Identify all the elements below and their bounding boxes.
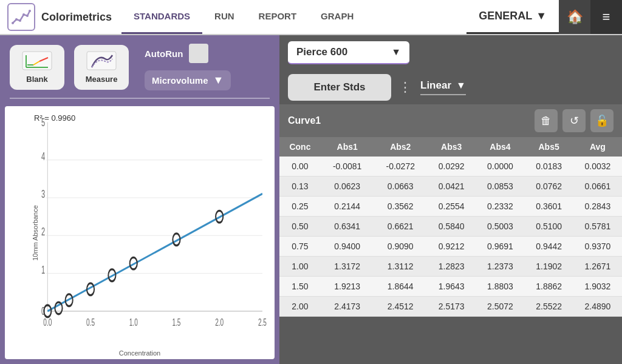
undo-button[interactable]: ↺ [562,109,586,132]
svg-text:0.0: 0.0 [43,317,52,328]
cell-r3-c6: 0.5781 [573,217,622,237]
linear-dropdown[interactable]: Linear ▼ [420,79,466,95]
cell-r3-c4: 0.5003 [476,217,524,237]
lock-icon: 🔓 [595,114,609,127]
cell-r0-c5: 0.0183 [525,157,573,177]
svg-text:1.0: 1.0 [129,317,138,328]
cell-r4-c1: 0.9400 [321,237,374,257]
microvolume-label: Microvolume [152,75,208,86]
right-top: Pierce 600 ▼ [279,35,622,70]
svg-line-32 [47,194,262,311]
general-button[interactable]: GENERAL ▼ [466,0,559,34]
cell-r5-c6: 1.2671 [573,257,622,277]
measure-card[interactable]: Measure [74,45,129,90]
header: Colorimetrics STANDARDS RUN REPORT GRAPH… [0,0,622,35]
cell-r3-c0: 0.50 [279,217,321,237]
measure-label: Measure [86,75,118,84]
cell-r1-c3: 0.0421 [427,177,476,197]
app-title: Colorimetrics [41,11,112,24]
hamburger-icon: ≡ [603,9,610,25]
right-controls: AutoRun Microvolume ▼ [145,44,231,90]
svg-point-4 [26,15,29,17]
enter-stds-button[interactable]: Enter Stds [288,74,391,101]
cell-r7-c6: 2.4890 [573,297,622,317]
home-icon: 🏠 [567,9,583,25]
cell-r0-c0: 0.00 [279,157,321,177]
tab-graph[interactable]: GRAPH [309,0,366,34]
cell-r7-c1: 2.4173 [321,297,374,317]
curve-actions: 🗑 ↺ 🔓 [535,109,613,132]
delete-button[interactable]: 🗑 [535,109,558,132]
cell-r3-c1: 0.6341 [321,217,374,237]
cell-r1-c2: 0.0663 [374,177,427,197]
cell-r6-c6: 1.9032 [573,277,622,297]
col-header-abs5: Abs5 [525,137,573,157]
right-nav: GENERAL ▼ 🏠 ≡ [466,0,622,34]
cell-r1-c1: 0.0623 [321,177,374,197]
microvolume-arrow-icon: ▼ [213,74,224,87]
main-area: Blank Measure AutoRun Microvolume [0,35,622,364]
cell-r2-c1: 0.2144 [321,197,374,217]
home-button[interactable]: 🏠 [559,0,590,34]
col-header-abs1: Abs1 [321,137,374,157]
cell-r2-c5: 0.3601 [525,197,573,217]
cell-r2-c6: 0.2843 [573,197,622,217]
svg-point-34 [55,302,62,314]
cell-r3-c2: 0.6621 [374,217,427,237]
autorun-toggle[interactable] [189,44,208,63]
unlock-button[interactable]: 🔓 [590,109,613,132]
cell-r6-c2: 1.8644 [374,277,427,297]
cell-r0-c6: 0.0032 [573,157,622,177]
cell-r5-c4: 1.2373 [476,257,524,277]
data-table: ConcAbs1Abs2Abs3Abs4Abs5Avg 0.00-0.0081-… [279,137,622,364]
cell-r7-c5: 2.5522 [525,297,573,317]
table-row: 0.500.63410.66210.58400.50030.51000.5781 [279,217,622,237]
svg-text:4: 4 [41,150,45,162]
svg-text:2.5: 2.5 [258,317,267,328]
divider [10,98,270,99]
linear-chevron-icon: ▼ [456,80,466,91]
cell-r1-c0: 0.13 [279,177,321,197]
x-axis-label: Concentration [119,349,161,357]
table-row: 1.501.92131.86441.96431.88031.88621.9032 [279,277,622,297]
col-header-abs4: Abs4 [476,137,524,157]
blank-card[interactable]: Blank [10,45,64,90]
cell-r4-c5: 0.9442 [525,237,573,257]
svg-point-5 [29,10,31,12]
cell-r5-c2: 1.3112 [374,257,427,277]
tab-report[interactable]: REPORT [247,0,309,34]
cell-r7-c0: 2.00 [279,297,321,317]
cell-r1-c6: 0.0661 [573,177,622,197]
cell-r6-c4: 1.8803 [476,277,524,297]
chart-area: R² = 0.9960 10mm Absorbance Concentratio… [5,106,275,359]
tab-standards[interactable]: STANDARDS [121,0,202,34]
menu-button[interactable]: ≡ [590,0,622,34]
col-header-abs2: Abs2 [374,137,427,157]
table-row: 0.750.94000.90900.92120.96910.94420.9370 [279,237,622,257]
cell-r5-c5: 1.1902 [525,257,573,277]
tab-run[interactable]: RUN [202,0,247,34]
svg-text:3: 3 [41,187,45,200]
cell-r7-c2: 2.4512 [374,297,427,317]
assay-dropdown[interactable]: Pierce 600 ▼ [288,41,409,64]
svg-text:1: 1 [41,263,45,275]
microvolume-dropdown[interactable]: Microvolume ▼ [145,70,231,90]
cell-r0-c4: 0.0000 [476,157,524,177]
svg-text:1.5: 1.5 [172,317,180,328]
more-options-icon[interactable]: ⋮ [398,79,413,95]
right-middle: Enter Stds ⋮ Linear ▼ [279,70,622,104]
cell-r6-c0: 1.50 [279,277,321,297]
cell-r2-c4: 0.2332 [476,197,524,217]
undo-icon: ↺ [570,114,579,127]
cell-r0-c2: -0.0272 [374,157,427,177]
table-row: 0.130.06230.06630.04210.08530.07620.0661 [279,177,622,197]
logo-icon [7,3,35,31]
cell-r4-c2: 0.9090 [374,237,427,257]
linear-label: Linear [420,79,451,92]
col-header-conc: Conc [279,137,321,157]
controls-row: Blank Measure AutoRun Microvolume [0,35,279,95]
svg-text:2.0: 2.0 [215,317,224,328]
cell-r6-c1: 1.9213 [321,277,374,297]
cell-r6-c5: 1.8862 [525,277,573,297]
svg-point-1 [15,18,18,21]
